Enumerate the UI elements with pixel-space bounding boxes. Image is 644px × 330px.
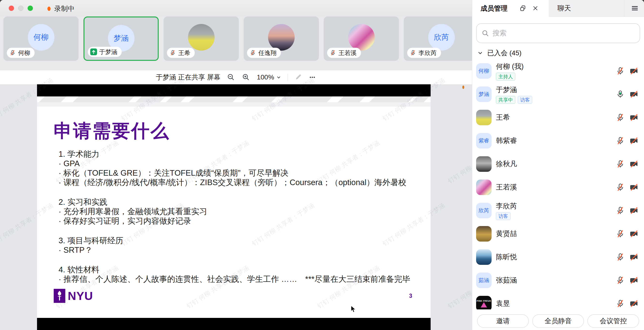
mic-muted-icon — [250, 49, 256, 56]
recording-indicator: 录制中 — [48, 4, 74, 13]
member-row[interactable]: 茹涵张茹涵 — [472, 269, 644, 292]
mic-muted-icon — [9, 49, 16, 56]
tile-avatar: 欣芮 — [428, 24, 455, 51]
zoom-out-icon[interactable] — [227, 73, 236, 82]
slide-section-heading: 2. 实习和实践 — [58, 197, 416, 207]
mic-muted-icon — [616, 206, 625, 215]
member-name: 袁昱 — [496, 299, 510, 308]
video-tile[interactable]: 何柳何柳 — [4, 17, 79, 61]
tile-participant-name: 李欣芮 — [418, 49, 437, 57]
member-row[interactable]: 徐秋凡 — [472, 152, 644, 176]
camera-muted-icon — [629, 252, 639, 262]
annotate-pencil-icon[interactable] — [294, 73, 302, 81]
mute-all-button[interactable]: 全员静音 — [532, 314, 584, 328]
tile-name-pill: 王若溪 — [327, 48, 361, 58]
member-av-controls[interactable] — [616, 113, 639, 122]
zoom-in-icon[interactable] — [242, 73, 250, 82]
video-tile[interactable]: 王希 — [164, 17, 239, 61]
slide-title: 申请需要什么 — [54, 119, 170, 144]
close-window-button[interactable] — [9, 6, 14, 11]
tab-member-management[interactable]: 成员管理 — [472, 0, 549, 17]
slide-page-number: 3 — [409, 293, 412, 299]
meeting-control-button[interactable]: 会议管控 — [588, 314, 639, 328]
member-av-controls[interactable] — [616, 229, 639, 239]
slide-bullet: · 充分利用寒暑假，金融领域尤其看重实习 — [58, 207, 416, 216]
video-tile[interactable]: 欣芮李欣芮 — [404, 17, 479, 61]
tab-bar-divider — [624, 0, 624, 17]
joined-section-header[interactable]: 已入会 (45) — [477, 49, 522, 58]
tile-name-pill: 任逸翔 — [247, 48, 281, 58]
member-info: 陈昕悦 — [496, 245, 517, 269]
member-name: 何柳 (我) — [496, 62, 524, 71]
camera-muted-icon — [629, 299, 639, 308]
tile-participant-name: 王希 — [178, 49, 190, 57]
member-name: 黄贤喆 — [496, 229, 517, 239]
member-av-controls[interactable] — [616, 252, 639, 262]
member-name: 李欣芮 — [496, 201, 517, 211]
member-row[interactable]: 梦涵于梦涵共享中访客 — [472, 83, 644, 106]
member-av-controls[interactable] — [616, 206, 639, 215]
invite-button[interactable]: 邀请 — [477, 314, 529, 328]
tab-chat-label: 聊天 — [558, 4, 571, 13]
member-row[interactable]: 陈昕悦 — [472, 245, 644, 269]
video-tile[interactable]: 王若溪 — [324, 17, 399, 61]
popout-panel-icon[interactable] — [519, 5, 526, 12]
zoom-level-select[interactable]: 100% — [257, 73, 281, 81]
panel-tab-bar: 成员管理 聊天 — [472, 0, 644, 17]
prism-triangle-icon — [481, 302, 487, 307]
close-panel-icon[interactable] — [532, 5, 539, 12]
member-row[interactable]: 黄贤喆 — [472, 222, 644, 245]
member-av-controls[interactable] — [616, 89, 639, 99]
tile-name-pill: 何柳 — [7, 48, 34, 58]
slide-bullet: · GPA — [58, 159, 416, 168]
member-row[interactable]: 王若溪 — [472, 176, 644, 199]
member-info: 袁昱 — [496, 292, 510, 309]
camera-muted-icon — [629, 275, 639, 285]
mic-muted-icon — [616, 136, 625, 146]
member-badge: 访客 — [496, 212, 510, 220]
member-row[interactable]: 紫睿韩紫睿 — [472, 129, 644, 152]
member-name: 徐秋凡 — [496, 159, 517, 169]
sharing-up-arrow-icon — [90, 49, 97, 55]
camera-muted-icon — [629, 183, 639, 192]
slide-sliver-shape — [166, 96, 186, 102]
zoom-window-button[interactable] — [28, 6, 33, 11]
joined-count-label: 已入会 (45) — [487, 49, 522, 58]
more-options-icon[interactable] — [308, 73, 316, 81]
tile-avatar: 何柳 — [28, 24, 54, 51]
member-name: 于梦涵 — [496, 85, 532, 95]
member-badge: 访客 — [518, 96, 532, 104]
search-placeholder: 搜索 — [492, 28, 506, 38]
member-av-controls[interactable] — [616, 183, 639, 192]
recording-dot-icon — [48, 7, 50, 11]
video-tile[interactable]: 任逸翔 — [244, 17, 319, 61]
member-av-controls[interactable] — [616, 275, 639, 285]
member-badges: 主持人 — [496, 73, 524, 80]
camera-muted-icon — [629, 89, 639, 99]
tab-member-management-label: 成员管理 — [480, 4, 508, 13]
member-av-controls[interactable] — [616, 299, 639, 308]
slide-sliver-shape — [189, 96, 238, 102]
minimize-window-button[interactable] — [18, 6, 24, 11]
search-input[interactable]: 搜索 — [476, 23, 640, 43]
slide-top-black-bar — [37, 84, 430, 96]
member-row[interactable]: PINK FREUD袁昱 — [472, 292, 644, 309]
mic-muted-icon — [616, 299, 625, 308]
slide-bottom-black-bar — [37, 318, 430, 330]
member-av-controls[interactable] — [616, 66, 639, 76]
panel-menu-icon[interactable] — [630, 3, 640, 14]
member-list: 何柳何柳 (我)主持人梦涵于梦涵共享中访客王希紫睿韩紫睿徐秋凡王若溪欣芮李欣芮访… — [472, 59, 644, 309]
member-row[interactable]: 欣芮李欣芮访客 — [472, 199, 644, 222]
chevron-down-icon — [477, 50, 483, 56]
member-row[interactable]: 何柳何柳 (我)主持人 — [472, 59, 644, 83]
tab-chat[interactable]: 聊天 — [558, 0, 571, 17]
slide-bullet: · 推荐信、个人陈述、个人故事的连贯性、社会实践、学生工作 …… ***尽量在大… — [58, 274, 416, 284]
zoom-level-value: 100% — [257, 73, 274, 81]
nyu-logo-text: NYU — [68, 289, 93, 303]
video-tile[interactable]: 梦涵于梦涵 — [84, 17, 159, 61]
member-av-controls[interactable] — [616, 136, 639, 146]
camera-muted-icon — [629, 206, 639, 215]
tile-participant-name: 于梦涵 — [99, 48, 117, 56]
member-av-controls[interactable] — [616, 159, 639, 169]
member-row[interactable]: 王希 — [472, 106, 644, 129]
